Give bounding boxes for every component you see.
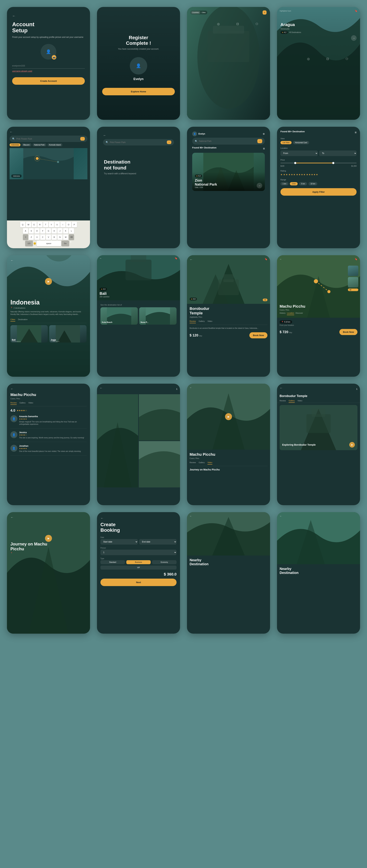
- key-r[interactable]: R: [37, 222, 43, 227]
- star-group-2[interactable]: ★ ★: [283, 173, 288, 176]
- tag-komodo[interactable]: Komodo Island: [48, 144, 62, 146]
- back-arrow[interactable]: ←: [10, 259, 87, 262]
- key-x[interactable]: X: [34, 235, 39, 240]
- type-business[interactable]: Business: [126, 560, 151, 564]
- key-y[interactable]: Y: [49, 222, 54, 227]
- emoji-icon[interactable]: 😊: [33, 242, 36, 245]
- view-list-option[interactable]: List View: [280, 141, 291, 144]
- key-t[interactable]: T: [43, 222, 48, 227]
- key-w[interactable]: W: [26, 222, 31, 227]
- search-bar-not-found[interactable]: 🔍 →: [103, 139, 174, 146]
- type-economy[interactable]: Economy: [152, 560, 176, 564]
- person-select[interactable]: 1: [101, 550, 176, 555]
- bali-thumb-nusa[interactable]: Nusa P...: [139, 307, 176, 324]
- bali-thumb-kuta[interactable]: Kuta Beach: [101, 307, 138, 324]
- filter-icon[interactable]: ≡: [355, 131, 357, 134]
- apply-filter-button[interactable]: Apply Filter: [280, 188, 357, 196]
- tab-video[interactable]: Video: [207, 320, 213, 323]
- key-123[interactable]: 123: [25, 241, 33, 246]
- result-card-zion[interactable]: ★ 4.2 Zion National Park Utah, USA →: [192, 153, 265, 191]
- back-arrow[interactable]: ←: [280, 386, 283, 390]
- zion-forward-button[interactable]: →: [257, 183, 262, 188]
- camera-badge-icon[interactable]: 📷: [52, 55, 56, 60]
- search-np-icon[interactable]: →: [257, 139, 262, 143]
- nav-bookmark-icon[interactable]: ⊡: [326, 57, 329, 61]
- aragua-arrow-button[interactable]: →: [351, 35, 357, 41]
- tab-gallery[interactable]: Gallery: [20, 402, 26, 405]
- key-l[interactable]: L: [69, 228, 74, 234]
- back-arrow[interactable]: ←: [190, 386, 192, 389]
- aragua-save-icon[interactable]: 🔖: [355, 9, 358, 12]
- range-2km[interactable]: 2 km: [290, 182, 298, 185]
- star-group-5[interactable]: ★ ★ ★ ★ ★: [306, 173, 318, 176]
- tab-gallery[interactable]: Gallery: [199, 461, 205, 465]
- search-not-found-icon[interactable]: →: [167, 141, 171, 144]
- indonesia-play-button[interactable]: ▶: [45, 278, 52, 285]
- back-arrow[interactable]: ←: [10, 387, 87, 391]
- journey-play-button[interactable]: ▶: [45, 535, 52, 542]
- range-10km[interactable]: 10 km: [308, 182, 317, 185]
- gallery-cell-3[interactable]: [139, 441, 180, 487]
- thumb-1[interactable]: [348, 266, 358, 276]
- tab-destination[interactable]: Destination: [18, 318, 28, 321]
- explore-home-button[interactable]: Explore Home: [102, 88, 175, 95]
- settings-icon[interactable]: ⚙: [263, 133, 265, 135]
- type-standard[interactable]: Standard: [101, 560, 125, 564]
- search-input[interactable]: [16, 138, 79, 140]
- mini-card-jogja[interactable]: Jogja 2 Destinations: [49, 325, 87, 342]
- key-v[interactable]: V: [46, 235, 51, 240]
- back-arrow[interactable]: ←: [103, 134, 174, 137]
- key-g[interactable]: G: [46, 228, 51, 234]
- key-e[interactable]: E: [32, 222, 37, 227]
- bali-back[interactable]: ←: [100, 257, 102, 259]
- booking-next-button[interactable]: Next: [101, 579, 176, 586]
- back-arrow[interactable]: ←: [10, 516, 87, 519]
- tag-indonesia[interactable]: Indonesia: [9, 144, 21, 146]
- back-arrow[interactable]: ←: [190, 258, 193, 261]
- key-b[interactable]: B: [52, 235, 57, 240]
- back-arrow[interactable]: ←: [9, 130, 87, 134]
- location-to-select[interactable]: To: [319, 151, 357, 156]
- tab-history[interactable]: History: [280, 312, 285, 315]
- key-j[interactable]: J: [57, 228, 62, 234]
- date-from-select[interactable]: Start date: [101, 539, 138, 545]
- username-input[interactable]: [12, 63, 85, 69]
- range-5km[interactable]: 5 km: [299, 182, 307, 185]
- back-arrow-icon[interactable]: ←: [12, 14, 85, 18]
- thumb-2[interactable]: [348, 277, 358, 287]
- search-input-not-found[interactable]: [110, 141, 165, 144]
- price-range-bar[interactable]: [280, 163, 357, 163]
- video-play-button[interactable]: ▶: [225, 413, 232, 420]
- arrow-icon[interactable]: →: [257, 183, 262, 188]
- username-link[interactable]: username already used: [12, 70, 85, 72]
- back-arrow[interactable]: ←: [100, 386, 103, 390]
- key-space[interactable]: space: [37, 241, 61, 246]
- key-f[interactable]: F: [40, 228, 45, 234]
- nav-bookmark-icon[interactable]: ⊡: [236, 22, 239, 26]
- destination-action-icon[interactable]: +: [262, 10, 266, 14]
- key-z[interactable]: Z: [29, 235, 34, 240]
- tab-cities[interactable]: Cities: [10, 318, 15, 321]
- key-shift[interactable]: ⇧: [23, 235, 28, 240]
- tab-video[interactable]: Video: [28, 402, 33, 405]
- destination-tab-bar[interactable]: Countries Cities: [191, 10, 207, 14]
- tab-countries[interactable]: Countries: [191, 11, 200, 14]
- key-s[interactable]: S: [29, 228, 34, 234]
- price-thumb-min[interactable]: [294, 162, 296, 164]
- star-group-1[interactable]: ★: [280, 173, 283, 176]
- tab-review[interactable]: Review: [280, 400, 286, 403]
- price-thumb-max[interactable]: [332, 162, 334, 164]
- book-now-button[interactable]: Book Now: [249, 332, 267, 338]
- tab-review[interactable]: Review: [10, 402, 17, 405]
- key-backspace[interactable]: ⌫: [69, 235, 74, 240]
- nav-compass-icon[interactable]: ◎: [307, 57, 310, 61]
- play-icon[interactable]: ▶: [225, 413, 232, 420]
- search-bar-np[interactable]: 🔍 →: [192, 138, 265, 145]
- key-q[interactable]: Q: [20, 222, 25, 227]
- tab-review[interactable]: Review: [190, 320, 196, 323]
- keyboard-area[interactable]: Q W E R T Y U I O P A S D F G H J K L: [7, 220, 90, 248]
- gallery-cell-1[interactable]: [97, 394, 138, 488]
- tab-location[interactable]: Location: [287, 312, 294, 315]
- machu-book-button[interactable]: Book Now: [339, 329, 358, 335]
- key-i[interactable]: I: [60, 222, 65, 227]
